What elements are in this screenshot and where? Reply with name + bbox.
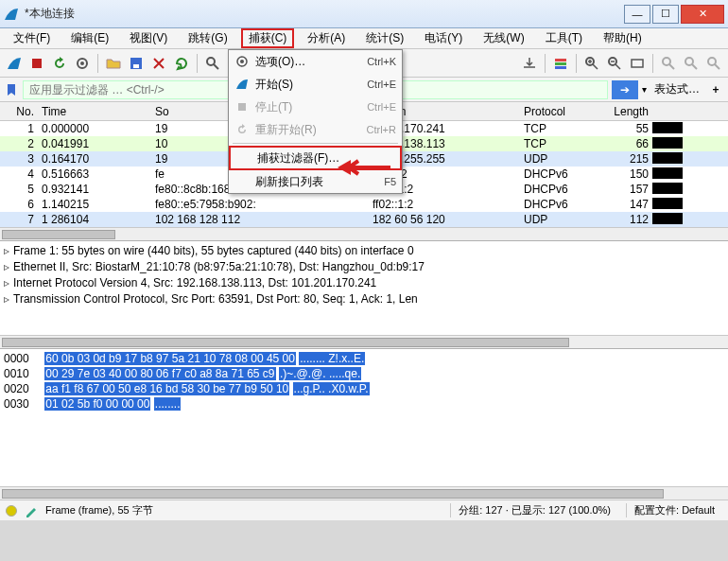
zoom-alt2-icon[interactable] <box>703 53 724 74</box>
zoom-alt1-icon[interactable] <box>681 53 702 74</box>
status-profile[interactable]: 配置文件: Default <box>626 503 722 517</box>
menu-stop: 停止(T) Ctrl+E <box>229 96 402 118</box>
autoscroll-icon[interactable] <box>519 53 540 74</box>
menu-bar: 文件(F) 编辑(E) 视图(V) 跳转(G) 捕获(C) 分析(A) 统计(S… <box>0 28 728 49</box>
col-proto[interactable]: Protocol <box>520 105 596 118</box>
col-no[interactable]: No. <box>0 105 38 118</box>
svg-rect-4 <box>133 64 139 68</box>
col-len[interactable]: Length <box>596 105 652 118</box>
app-icon <box>4 7 19 22</box>
minimize-button[interactable]: — <box>624 5 650 24</box>
detail-tcp[interactable]: Transmission Control Protocol, Src Port:… <box>13 292 418 306</box>
svg-point-12 <box>663 58 670 65</box>
status-packets: 分组: 127 · 已显示: 127 (100.0%) <box>450 503 618 517</box>
menu-go[interactable]: 跳转(G) <box>181 28 234 48</box>
start-capture-icon[interactable] <box>4 53 25 74</box>
svg-point-5 <box>207 58 215 65</box>
separator <box>97 54 98 73</box>
bookmark-icon[interactable] <box>4 82 19 97</box>
hex-row[interactable]: 0020 aa f1 f8 67 00 50 e8 16 bd 58 30 be… <box>4 381 724 396</box>
zoom-reset-icon[interactable] <box>627 53 648 74</box>
status-frame: Frame (frame), 55 字节 <box>45 503 442 517</box>
status-bar: Frame (frame), 55 字节 分组: 127 · 已显示: 127 … <box>0 500 728 520</box>
hex-dump[interactable]: 0000 60 0b 03 0d b9 17 b8 97 5a 21 10 78… <box>0 348 728 486</box>
hex-hscroll[interactable] <box>0 486 728 500</box>
menu-edit[interactable]: 编辑(E) <box>63 28 116 48</box>
svg-rect-0 <box>32 59 42 68</box>
capture-options-icon[interactable] <box>72 53 93 74</box>
titlebar: *本地连接 — ☐ ✕ <box>0 0 728 28</box>
add-filter-button[interactable]: + <box>707 83 724 96</box>
svg-rect-17 <box>238 103 246 111</box>
restart-capture-icon[interactable] <box>49 53 70 74</box>
menu-tools[interactable]: 工具(T) <box>538 28 590 48</box>
menu-separator <box>233 143 398 144</box>
separator <box>545 54 546 73</box>
menu-restart: 重新开始(R) Ctrl+R <box>229 118 402 141</box>
svg-rect-8 <box>555 66 566 69</box>
table-row[interactable]: 61.140215fe80::e5:7958:b902:ff02::1:2DHC… <box>0 197 728 212</box>
reload-icon[interactable] <box>171 53 192 74</box>
coloring-icon[interactable] <box>550 53 571 74</box>
svg-point-2 <box>80 61 84 65</box>
menu-stats[interactable]: 统计(S) <box>358 28 411 48</box>
svg-rect-7 <box>555 62 566 65</box>
open-file-icon[interactable] <box>103 53 124 74</box>
separator <box>576 54 577 73</box>
details-hscroll[interactable] <box>0 335 728 348</box>
stop-capture-icon[interactable] <box>26 53 47 74</box>
svg-point-13 <box>685 58 693 65</box>
menu-telephony[interactable]: 电话(Y) <box>417 28 470 48</box>
close-file-icon[interactable] <box>148 53 169 74</box>
separator <box>197 54 198 73</box>
table-row[interactable]: 71 286104102 168 128 112182 60 56 120UDP… <box>0 212 728 227</box>
menu-help[interactable]: 帮助(H) <box>596 28 650 48</box>
expression-button[interactable]: 表达式… <box>650 81 703 97</box>
col-time[interactable]: Time <box>38 105 151 118</box>
detail-frame[interactable]: Frame 1: 55 bytes on wire (440 bits), 55… <box>13 244 414 257</box>
apply-filter-button[interactable]: ➔ <box>612 80 638 99</box>
svg-rect-11 <box>632 60 643 67</box>
detail-ip[interactable]: Internet Protocol Version 4, Src: 192.16… <box>13 276 376 289</box>
expert-info-icon[interactable] <box>6 505 17 517</box>
separator <box>652 54 653 73</box>
menu-capture[interactable]: 捕获(C) <box>241 28 295 48</box>
maximize-button[interactable]: ☐ <box>652 5 679 24</box>
svg-point-16 <box>240 60 244 63</box>
menu-file[interactable]: 文件(F) <box>6 28 58 48</box>
menu-options[interactable]: 选项(O)… Ctrl+K <box>229 50 402 73</box>
menu-analyze[interactable]: 分析(A) <box>300 28 353 48</box>
find-packet-icon[interactable] <box>202 53 223 74</box>
packet-details[interactable]: ▹Frame 1: 55 bytes on wire (440 bits), 5… <box>0 240 728 335</box>
resize-cols-icon[interactable] <box>658 53 679 74</box>
status-edit-icon[interactable] <box>25 504 38 517</box>
packet-list-hscroll[interactable] <box>0 227 728 240</box>
window-controls: — ☐ ✕ <box>622 5 724 24</box>
menu-wireless[interactable]: 无线(W) <box>476 28 531 48</box>
menu-view[interactable]: 视图(V) <box>122 28 175 48</box>
detail-eth[interactable]: Ethernet II, Src: BiostarM_21:10:78 (b8:… <box>13 260 425 273</box>
hex-row[interactable]: 0010 00 29 7e 03 40 00 80 06 f7 c0 a8 8a… <box>4 366 724 381</box>
svg-point-14 <box>708 58 716 65</box>
window-title: *本地连接 <box>25 6 622 22</box>
close-button[interactable]: ✕ <box>681 5 724 24</box>
col-src[interactable]: So <box>151 105 217 118</box>
save-file-icon[interactable] <box>126 53 147 74</box>
menu-start[interactable]: 开始(S) Ctrl+E <box>229 73 402 96</box>
zoom-in-icon[interactable] <box>581 53 602 74</box>
zoom-out-icon[interactable] <box>604 53 625 74</box>
hex-row[interactable]: 0000 60 0b 03 0d b9 17 b8 97 5a 21 10 78… <box>4 351 724 366</box>
svg-rect-6 <box>555 59 566 61</box>
callout-arrow-icon <box>336 156 392 179</box>
hex-row[interactable]: 0030 01 02 5b f0 00 00 00 ........ <box>4 396 724 412</box>
